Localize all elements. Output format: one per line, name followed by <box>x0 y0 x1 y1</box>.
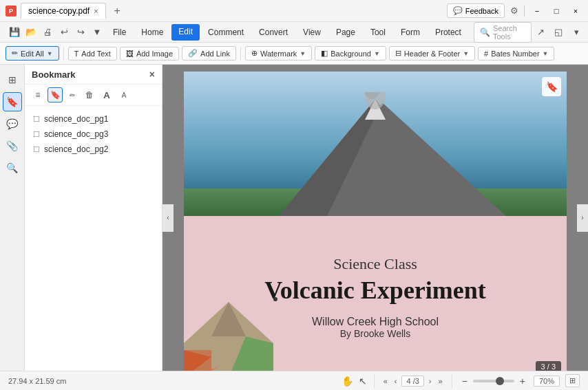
pdf-school: Willow Creek High School <box>312 316 439 328</box>
pdf-page: Science Class Volcanic Experiment Willow… <box>184 72 567 371</box>
maximize-btn[interactable]: □ <box>549 4 563 18</box>
bookmark-edit-btn[interactable]: ✏ <box>65 87 80 102</box>
new-tab-btn[interactable]: + <box>110 3 125 19</box>
bookmark-menu-btn[interactable]: ≡ <box>30 87 45 102</box>
undo-icon-btn[interactable]: ↩ <box>56 25 72 40</box>
add-image-btn[interactable]: 🖼 Add Image <box>120 47 179 61</box>
bookmark-panel-title: Bookmark <box>32 69 76 80</box>
zoom-slider[interactable] <box>473 380 514 382</box>
sidebar-icon-attachments[interactable]: 📎 <box>3 136 22 155</box>
print-icon-btn[interactable]: 🖨 <box>40 25 55 40</box>
menu-view[interactable]: View <box>296 25 328 40</box>
title-bar-right: 💬 Feedback ⚙ − □ × <box>447 3 582 18</box>
search-bar[interactable]: 🔍 Search Tools <box>474 22 532 43</box>
add-text-icon: T <box>74 50 79 58</box>
tab-title: science-copy.pdf <box>28 6 90 16</box>
menu-protect[interactable]: Protect <box>428 25 468 40</box>
header-footer-label: Header & Footer <box>404 50 460 58</box>
add-text-btn[interactable]: T Add Text <box>68 47 117 61</box>
zoom-out-btn[interactable]: − <box>459 376 470 387</box>
bates-icon: # <box>484 50 488 58</box>
menu-form[interactable]: Form <box>394 25 427 40</box>
open-icon-btn[interactable]: 📂 <box>23 25 39 40</box>
sidebar-icons: ⊞ 🔖 💬 📎 🔍 <box>0 65 25 371</box>
status-divider-2 <box>452 374 452 388</box>
sidebar-icon-comment[interactable]: 💬 <box>3 114 22 133</box>
edit-icon: ✏ <box>12 49 18 58</box>
add-text-label: Add Text <box>81 50 111 58</box>
toolbar-divider-2 <box>240 47 241 61</box>
bookmark-close-btn[interactable]: × <box>149 69 155 80</box>
menu-file[interactable]: File <box>106 25 133 40</box>
collapse-btn[interactable]: ▾ <box>569 25 584 40</box>
menu-tool[interactable]: Tool <box>364 25 392 40</box>
bookmark-size-up-btn[interactable]: A <box>99 87 114 102</box>
edit-toolbar: ✏ Edit All ▼ T Add Text 🖼 Add Image 🔗 Ad… <box>0 43 588 65</box>
page-dimensions: 27.94 x 21.59 cm <box>8 377 66 385</box>
sidebar-icon-pages[interactable]: ⊞ <box>3 70 22 89</box>
tab-science-copy[interactable]: science-copy.pdf × <box>21 3 106 19</box>
save-icon-btn[interactable]: 💾 <box>7 25 22 40</box>
bookmark-panel: Bookmark × ≡ 🔖 ✏ 🗑 A A ☐ science_doc_pg1… <box>25 65 162 371</box>
redo-icon-btn[interactable]: ↪ <box>73 25 88 40</box>
select-tool-icon[interactable]: ↖ <box>359 376 367 387</box>
last-page-btn[interactable]: » <box>437 377 445 385</box>
watermark-icon: ⊕ <box>251 49 258 58</box>
corner-icon[interactable]: 🔖 <box>542 77 561 96</box>
bates-number-label: Bates Number <box>491 50 539 58</box>
bookmark-item-icon-2: ☐ <box>33 130 40 139</box>
list-item[interactable]: ☐ science_doc_pg3 <box>29 127 158 142</box>
bates-number-btn[interactable]: # Bates Number ▼ <box>478 47 554 61</box>
zoom-in-btn[interactable]: + <box>517 376 528 387</box>
feedback-icon: 💬 <box>453 6 463 15</box>
menu-home[interactable]: Home <box>134 25 170 40</box>
menu-edit[interactable]: Edit <box>171 24 200 41</box>
background-label: Background <box>330 50 371 58</box>
prev-page-btn[interactable]: ‹ <box>392 377 399 385</box>
sidebar-icon-search[interactable]: 🔍 <box>3 158 22 177</box>
background-dropdown: ▼ <box>374 50 380 57</box>
first-page-btn[interactable]: « <box>381 377 390 385</box>
page-input-display[interactable]: 4 /3 <box>401 376 423 387</box>
status-divider <box>374 374 375 388</box>
search-icon: 🔍 <box>480 28 490 37</box>
watermark-dropdown: ▼ <box>300 50 306 57</box>
menu-page[interactable]: Page <box>329 25 362 40</box>
feedback-button[interactable]: 💬 Feedback <box>447 3 505 18</box>
bookmark-add-btn[interactable]: 🔖 <box>48 87 63 102</box>
sidebar-icon-bookmark[interactable]: 🔖 <box>3 92 22 111</box>
edit-all-label: Edit All <box>21 50 44 58</box>
add-link-label: Add Link <box>200 50 230 58</box>
page-counter: 3 / 3 <box>536 361 561 371</box>
bookmark-delete-btn[interactable]: 🗑 <box>82 87 97 102</box>
external-link-btn[interactable]: ↗ <box>533 25 548 40</box>
page-navigation: « ‹ 4 /3 › » <box>381 376 445 387</box>
tab-close-btn[interactable]: × <box>94 7 98 15</box>
minimize-btn[interactable]: − <box>530 4 544 18</box>
bookmark-size-dn-btn[interactable]: A <box>116 87 132 102</box>
zoom-slider-thumb <box>496 377 504 385</box>
list-item[interactable]: ☐ science_doc_pg1 <box>29 111 158 127</box>
bookmark-item-label-3: science_doc_pg2 <box>44 144 108 154</box>
menu-convert[interactable]: Convert <box>252 25 295 40</box>
add-link-btn[interactable]: 🔗 Add Link <box>182 46 236 61</box>
toolbar-divider-1 <box>63 47 64 61</box>
volcano-diagram-svg <box>184 261 273 371</box>
nav-arrow-left[interactable]: ‹ <box>162 204 174 232</box>
close-btn[interactable]: × <box>569 4 582 18</box>
nav-arrow-right[interactable]: › <box>577 204 588 232</box>
expand-btn[interactable]: ◱ <box>551 25 566 40</box>
hand-tool-icon[interactable]: ✋ <box>342 376 353 387</box>
arrow-down-icon-btn[interactable]: ▼ <box>90 25 105 40</box>
svg-rect-10 <box>184 350 211 371</box>
edit-all-btn[interactable]: ✏ Edit All ▼ <box>6 46 59 61</box>
zoom-level-display[interactable]: 70% <box>534 376 560 387</box>
background-btn[interactable]: ◧ Background ▼ <box>315 46 386 61</box>
watermark-btn[interactable]: ⊕ Watermark ▼ <box>245 46 312 61</box>
pdf-viewer: ‹ <box>162 65 588 371</box>
header-footer-btn[interactable]: ⊟ Header & Footer ▼ <box>389 46 475 61</box>
fit-page-btn[interactable]: ⊞ <box>565 374 580 387</box>
list-item[interactable]: ☐ science_doc_pg2 <box>29 142 158 157</box>
menu-comment[interactable]: Comment <box>201 25 251 40</box>
next-page-btn[interactable]: › <box>427 377 434 385</box>
